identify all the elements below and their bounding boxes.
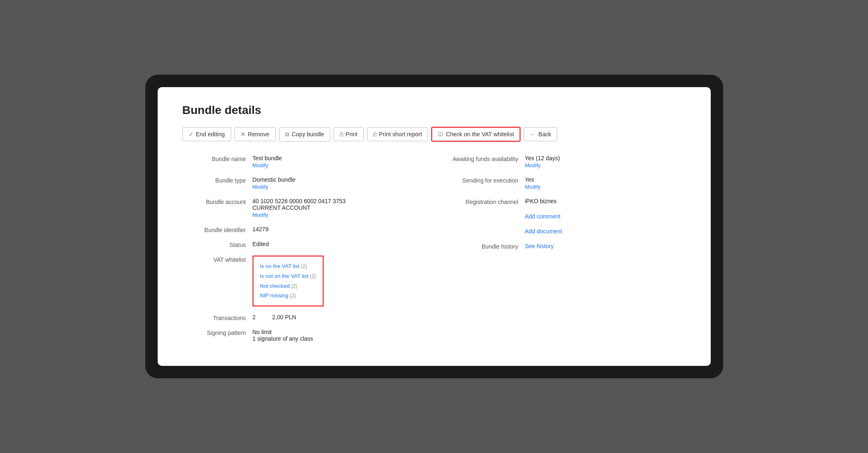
- check-icon: ✓: [189, 131, 194, 138]
- check-vat-whitelist-button[interactable]: ☑ Check on the VAT whitelist: [431, 127, 520, 142]
- signing-pattern-row: Signing pattern No limit 1 signature of …: [182, 329, 434, 342]
- add-document-link[interactable]: Add document: [525, 228, 562, 235]
- status-row: Status Edited: [182, 241, 434, 248]
- see-history-link[interactable]: See history: [525, 243, 554, 249]
- print-short-report-button[interactable]: ⎙ Print short report: [367, 127, 428, 141]
- sending-execution-value: Yes Modify: [525, 176, 686, 190]
- bundle-type-value: Domestic bundle Modify: [253, 176, 434, 190]
- back-arrow-icon: ←: [530, 131, 536, 138]
- transactions-row: Transactions 2 2,00 PLN: [182, 314, 434, 321]
- vat-whitelist-row: VAT whitelist Is on the VAT list (2) Is …: [182, 256, 434, 306]
- vat-item-3[interactable]: NIP missing (2): [260, 291, 316, 301]
- sending-execution-modify[interactable]: Modify: [525, 184, 541, 190]
- copy-icon: ⧉: [285, 131, 289, 138]
- add-comment-row: Add comment: [434, 213, 686, 220]
- printer-icon: ⎙: [340, 131, 343, 138]
- device-frame: Bundle details ✓ End editing ✕ Remove ⧉ …: [145, 75, 723, 378]
- vat-item-1[interactable]: Is not on the VAT list (2): [260, 271, 316, 281]
- signing-pattern-value: No limit 1 signature of any class: [253, 329, 434, 342]
- vat-item-2[interactable]: Not checked (2): [260, 281, 316, 291]
- bundle-account-modify[interactable]: Modify: [253, 212, 268, 218]
- status-value: Edited: [253, 241, 434, 247]
- transactions-count: 2: [253, 314, 256, 320]
- end-editing-button[interactable]: ✓ End editing: [182, 127, 231, 141]
- registration-channel-label: Registration channel: [434, 198, 525, 205]
- bundle-type-modify[interactable]: Modify: [253, 184, 268, 190]
- toolbar: ✓ End editing ✕ Remove ⧉ Copy bundle ⎙ P…: [182, 127, 686, 142]
- screen: Bundle details ✓ End editing ✕ Remove ⧉ …: [158, 87, 711, 365]
- x-icon: ✕: [241, 131, 246, 138]
- back-button[interactable]: ← Back: [524, 127, 557, 141]
- registration-channel-value: iPKO biznes: [525, 198, 686, 204]
- remove-button[interactable]: ✕ Remove: [234, 127, 276, 141]
- print-button[interactable]: ⎙ Print: [333, 127, 364, 141]
- awaiting-funds-modify[interactable]: Modify: [525, 162, 541, 168]
- bundle-name-label: Bundle name: [182, 155, 253, 162]
- transactions-value: 2 2,00 PLN: [253, 314, 434, 320]
- vat-check-icon: ☑: [438, 131, 443, 138]
- bundle-identifier-label: Bundle identifier: [182, 226, 253, 233]
- bundle-history-row: Bundle history See history: [434, 242, 686, 250]
- sending-execution-label: Sending for execution: [434, 176, 525, 184]
- vat-box: Is on the VAT list (2) Is not on the VAT…: [253, 256, 324, 306]
- status-label: Status: [182, 241, 253, 248]
- bundle-name-row: Bundle name Test bundle Modify: [182, 155, 434, 169]
- bundle-account-value: 40 1020 5226 0000 6002 0417 3753 CURRENT…: [253, 198, 434, 218]
- sending-execution-row: Sending for execution Yes Modify: [434, 176, 686, 190]
- printer2-icon: ⎙: [373, 131, 376, 138]
- bundle-identifier-row: Bundle identifier 14279: [182, 226, 434, 233]
- bundle-identifier-value: 14279: [253, 226, 434, 232]
- transactions-amount: 2,00 PLN: [272, 314, 296, 320]
- copy-bundle-button[interactable]: ⧉ Copy bundle: [279, 127, 331, 142]
- bundle-type-row: Bundle type Domestic bundle Modify: [182, 176, 434, 190]
- awaiting-funds-value: Yes (12 days) Modify: [525, 155, 686, 169]
- content-grid: Bundle name Test bundle Modify Bundle ty…: [182, 155, 686, 349]
- bundle-history-label: Bundle history: [434, 242, 525, 250]
- bundle-name-modify[interactable]: Modify: [253, 162, 268, 168]
- awaiting-funds-row: Awaiting funds availability Yes (12 days…: [434, 155, 686, 169]
- vat-whitelist-value: Is on the VAT list (2) Is not on the VAT…: [253, 256, 434, 306]
- page-title: Bundle details: [182, 104, 686, 117]
- bundle-name-value: Test bundle Modify: [253, 155, 434, 169]
- transactions-label: Transactions: [182, 314, 253, 321]
- registration-channel-row: Registration channel iPKO biznes: [434, 198, 686, 205]
- awaiting-funds-label: Awaiting funds availability: [434, 155, 525, 162]
- left-column: Bundle name Test bundle Modify Bundle ty…: [182, 155, 434, 349]
- bundle-type-label: Bundle type: [182, 176, 253, 184]
- add-document-row: Add document: [434, 228, 686, 235]
- bundle-account-row: Bundle account 40 1020 5226 0000 6002 04…: [182, 198, 434, 218]
- add-comment-link[interactable]: Add comment: [525, 213, 561, 220]
- bundle-account-label: Bundle account: [182, 198, 253, 205]
- signing-pattern-label: Signing pattern: [182, 329, 253, 336]
- vat-whitelist-label: VAT whitelist: [182, 256, 253, 263]
- right-column: Awaiting funds availability Yes (12 days…: [434, 155, 686, 349]
- vat-item-0[interactable]: Is on the VAT list (2): [260, 261, 316, 271]
